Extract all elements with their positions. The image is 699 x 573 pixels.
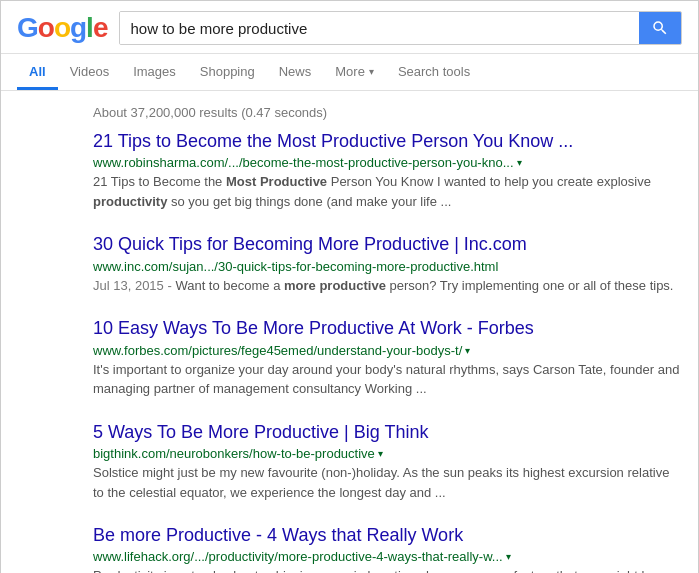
browser-window: Google how to be more productive All Vid… xyxy=(0,0,699,573)
result-desc: Productivity is not only about achieving… xyxy=(93,566,682,573)
tab-all[interactable]: All xyxy=(17,54,58,90)
search-bar: how to be more productive xyxy=(119,11,682,45)
google-logo: Google xyxy=(17,12,107,44)
url-caret-icon: ▾ xyxy=(517,157,522,168)
search-button[interactable] xyxy=(639,11,681,45)
result-url: www.forbes.com/pictures/fege45emed/under… xyxy=(93,343,682,358)
tab-news[interactable]: News xyxy=(267,54,324,90)
tab-more[interactable]: More ▾ xyxy=(323,54,386,90)
result-desc: It's important to organize your day arou… xyxy=(93,360,682,399)
result-title[interactable]: 5 Ways To Be More Productive | Big Think xyxy=(93,421,682,444)
result-url: www.lifehack.org/.../productivity/more-p… xyxy=(93,549,682,564)
result-desc: 21 Tips to Become the Most Productive Pe… xyxy=(93,172,682,211)
result-title[interactable]: 30 Quick Tips for Becoming More Producti… xyxy=(93,233,682,256)
results-area: About 37,200,000 results (0.47 seconds) … xyxy=(1,91,698,573)
results-count: About 37,200,000 results (0.47 seconds) xyxy=(93,105,682,120)
result-item: 5 Ways To Be More Productive | Big Think… xyxy=(93,421,682,502)
search-input[interactable]: how to be more productive xyxy=(120,12,639,44)
tab-videos[interactable]: Videos xyxy=(58,54,122,90)
tab-images[interactable]: Images xyxy=(121,54,188,90)
header: Google how to be more productive xyxy=(1,1,698,54)
more-caret-icon: ▾ xyxy=(369,66,374,77)
result-item: 30 Quick Tips for Becoming More Producti… xyxy=(93,233,682,295)
result-item: 21 Tips to Become the Most Productive Pe… xyxy=(93,130,682,211)
result-desc: Solstice might just be my new favourite … xyxy=(93,463,682,502)
result-url: www.inc.com/sujan.../30-quick-tips-for-b… xyxy=(93,259,682,274)
search-icon xyxy=(651,19,669,37)
nav-tabs: All Videos Images Shopping News More ▾ S… xyxy=(1,54,698,91)
result-desc: Jul 13, 2015 - Want to become a more pro… xyxy=(93,276,682,296)
url-caret-icon: ▾ xyxy=(506,551,511,562)
tab-shopping[interactable]: Shopping xyxy=(188,54,267,90)
result-title[interactable]: 21 Tips to Become the Most Productive Pe… xyxy=(93,130,682,153)
result-item: Be more Productive - 4 Ways that Really … xyxy=(93,524,682,573)
result-title[interactable]: 10 Easy Ways To Be More Productive At Wo… xyxy=(93,317,682,340)
result-url: www.robinsharma.com/.../become-the-most-… xyxy=(93,155,682,170)
url-caret-icon: ▾ xyxy=(378,448,383,459)
url-caret-icon: ▾ xyxy=(465,345,470,356)
result-title[interactable]: Be more Productive - 4 Ways that Really … xyxy=(93,524,682,547)
result-item: 10 Easy Ways To Be More Productive At Wo… xyxy=(93,317,682,398)
result-url: bigthink.com/neurobonkers/how-to-be-prod… xyxy=(93,446,682,461)
tab-search-tools[interactable]: Search tools xyxy=(386,54,482,90)
